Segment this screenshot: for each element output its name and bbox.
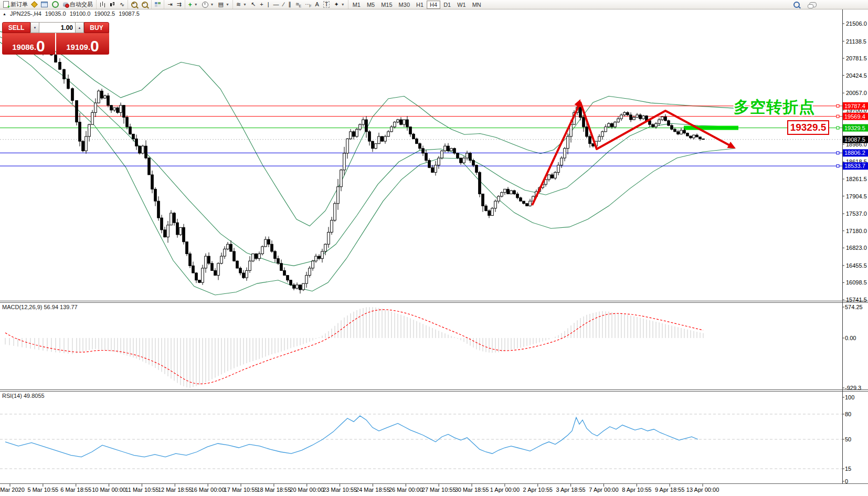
toolbar: 新订单 自动交易 ∿ + − ⇥ ⇉ +▼ ▼ ▤▼ (0, 0, 868, 9)
zoom-in-button[interactable]: + (129, 1, 140, 8)
svg-text:6 Mar 18:55: 6 Mar 18:55 (60, 487, 91, 493)
autotrade-button[interactable]: 自动交易 (61, 1, 95, 8)
ohlc-open: 19035.0 (45, 10, 66, 17)
chevron-down-icon: ▼ (210, 3, 214, 6)
svg-text:16455.5: 16455.5 (846, 262, 867, 269)
crosshair-icon: + (260, 2, 263, 7)
timeframe-h1-button[interactable]: H1 (413, 1, 427, 9)
fibonacci-button[interactable]: ⋯F (303, 1, 313, 8)
periods-button[interactable]: ▼ (200, 1, 216, 8)
chart-shift-button[interactable]: ⇥ (165, 1, 174, 8)
svg-text:20424.5: 20424.5 (846, 72, 867, 79)
line-chart-button[interactable]: ∿ (118, 1, 126, 8)
timeframe-w1-button[interactable]: W1 (454, 1, 469, 9)
search-button[interactable] (791, 1, 802, 8)
svg-text:0: 0 (845, 478, 848, 484)
line-chart-icon: ∿ (120, 2, 124, 7)
collapse-triangle-icon[interactable]: ▲ (3, 12, 6, 16)
vertical-line-icon: | (268, 2, 269, 7)
market-watch-button[interactable] (30, 1, 39, 8)
svg-text:20 Mar 00:00: 20 Mar 00:00 (290, 487, 324, 493)
svg-text:15741.5: 15741.5 (846, 297, 867, 303)
svg-text:5 Mar 10:55: 5 Mar 10:55 (28, 487, 59, 493)
price-callout-box[interactable]: 19329.5 (787, 120, 829, 135)
svg-text:30 Mar 18:55: 30 Mar 18:55 (455, 487, 489, 493)
data-window-button[interactable] (39, 1, 50, 8)
signal-icon (52, 1, 59, 8)
channel-button[interactable]: ∥ (286, 1, 293, 8)
timeframe-m1-button[interactable]: M1 (350, 1, 364, 9)
svg-text:18806.2: 18806.2 (844, 150, 865, 156)
timeframe-m5-button[interactable]: M5 (364, 1, 378, 9)
buy-price-main: 19109. (66, 41, 90, 54)
text-label-button[interactable]: T (321, 1, 332, 8)
level-line-handle[interactable] (837, 115, 839, 118)
zoom-out-icon: − (142, 2, 148, 8)
cursor-button[interactable]: ↖ (249, 1, 258, 8)
chat-button[interactable] (807, 1, 819, 8)
svg-text:21138.5: 21138.5 (846, 38, 866, 45)
auto-scroll-button[interactable]: ⇉ (174, 1, 183, 8)
tile-windows-icon (155, 2, 161, 7)
time-axis[interactable]: 4 Mar 20205 Mar 10:556 Mar 18:5510 Mar 0… (0, 484, 719, 493)
trendline-button[interactable]: ∕ (281, 1, 287, 8)
level-line-handle[interactable] (837, 165, 839, 167)
svg-text:17 Mar 10:55: 17 Mar 10:55 (224, 487, 258, 493)
buy-price-panel[interactable]: 19109.0 (56, 33, 109, 55)
chart-shift-icon: ⇥ (167, 2, 172, 7)
svg-text:17537.0: 17537.0 (846, 210, 867, 217)
equidistant-channel-button[interactable]: ≋E (293, 1, 303, 8)
volume-input[interactable] (39, 22, 75, 33)
candle-chart-button[interactable] (108, 1, 118, 8)
svg-text:27 Mar 10:55: 27 Mar 10:55 (422, 487, 456, 493)
tile-windows-button[interactable] (153, 1, 163, 8)
new-order-icon (3, 1, 9, 8)
toolbar-group-chart-type: ∿ (96, 0, 128, 9)
timeframe-mn-button[interactable]: MN (469, 1, 484, 9)
svg-text:10 Mar 00:00: 10 Mar 00:00 (92, 487, 126, 493)
rsi-title: RSI(14) 49.8055 (2, 393, 45, 399)
horizontal-line-button[interactable]: — (271, 1, 281, 8)
timeframe-m15-button[interactable]: M15 (378, 1, 395, 9)
level-line-handle[interactable] (837, 104, 839, 107)
toolbar-group-dropdowns: +▼ ▼ ▤▼ (185, 0, 232, 9)
signals-button[interactable] (50, 1, 61, 8)
toolbar-group-timeframes: M1 M5 M15 M30 H1 H4 D1 W1 MN (348, 0, 485, 9)
svg-text:1 Apr 00:00: 1 Apr 00:00 (490, 487, 520, 493)
arrows-button[interactable]: ✦▼ (332, 1, 346, 8)
price-axis[interactable]: 21506.021138.520781.520424.520057.019700… (842, 20, 868, 484)
indicators-button[interactable]: +▼ (186, 1, 200, 8)
svg-text:19569.4: 19569.4 (844, 113, 865, 120)
candlestick-chart-icon (110, 2, 115, 7)
price-chart-canvas[interactable]: 21506.021138.520781.520424.520057.019700… (0, 0, 868, 496)
zoom-out-button[interactable]: − (140, 1, 150, 8)
text-button[interactable]: A (313, 1, 321, 8)
svg-text:20781.5: 20781.5 (846, 55, 867, 61)
bollinger-bands (0, 31, 735, 295)
crosshair-button[interactable]: + (258, 1, 265, 8)
sell-price-panel[interactable]: 19086.0 (2, 33, 55, 55)
vertical-line-button[interactable]: | (266, 1, 271, 8)
sell-price-main: 19086. (12, 41, 36, 54)
timeframe-h4-button[interactable]: H4 (427, 1, 440, 9)
volume-increase-button[interactable]: ▲ (75, 22, 84, 33)
objects-list-button[interactable]: ≋▼ (234, 1, 249, 8)
one-click-price-row: 19086.0 19109.0 (2, 33, 109, 55)
new-order-button[interactable]: 新订单 (1, 1, 30, 8)
ohlc-close: 19087.5 (119, 10, 140, 17)
chevron-down-icon: ▼ (341, 3, 345, 6)
objects-list-icon: ≋ (236, 2, 241, 7)
svg-text:20057.0: 20057.0 (846, 90, 867, 96)
buy-button[interactable]: BUY (84, 22, 109, 33)
timeframe-m30-button[interactable]: M30 (396, 1, 413, 9)
timeframe-d1-button[interactable]: D1 (440, 1, 454, 9)
volume-decrease-button[interactable]: ▼ (30, 22, 39, 33)
macd-histogram (5, 307, 703, 388)
templates-button[interactable]: ▤▼ (216, 1, 231, 8)
level-line-handle[interactable] (837, 152, 839, 154)
sell-button[interactable]: SELL (2, 22, 30, 33)
bar-chart-button[interactable] (98, 1, 108, 8)
bar-chart-icon (100, 2, 105, 7)
level-line-handle[interactable] (837, 126, 839, 129)
chevron-down-icon: ▼ (243, 3, 247, 6)
